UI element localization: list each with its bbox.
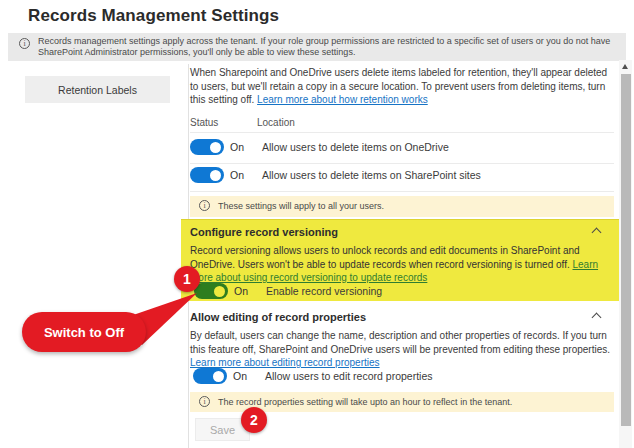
toggle-knob [210, 170, 221, 181]
versioning-body: Record versioning allows users to unlock… [190, 245, 580, 270]
toggle-state-label: On [234, 285, 248, 297]
table-row: On Allow users to delete items on OneDri… [190, 139, 614, 163]
switch-to-off-callout: Switch to Off [22, 312, 146, 352]
table-row: On Allow users to delete items on ShareP… [190, 167, 614, 191]
row-location-label: Allow users to delete items on SharePoin… [262, 169, 481, 181]
toggle-state-label: On [233, 370, 247, 382]
step-1-badge: 1 [174, 266, 200, 292]
toggle-state-label: On [230, 141, 244, 153]
section-title: Configure record versioning [190, 226, 338, 238]
delete-sharepoint-toggle[interactable] [190, 167, 224, 183]
apply-to-all-users-notice: These settings will apply to all your us… [190, 196, 614, 217]
table-divider [190, 132, 614, 133]
scroll-up-arrow-icon[interactable] [622, 64, 628, 69]
allow-editing-section-title: Allow editing of record properties [190, 311, 366, 323]
toggle-knob [213, 371, 224, 382]
chevron-up-icon[interactable] [592, 228, 602, 238]
toggle-knob [210, 142, 221, 153]
location-column-header: Location [257, 117, 295, 128]
notice-text: These settings will apply to all your us… [218, 201, 384, 211]
row-divider [190, 191, 614, 192]
tenant-permissions-banner: Records management settings apply across… [8, 33, 626, 61]
status-column-header: Status [190, 117, 218, 128]
toggle-state-label: On [230, 169, 244, 181]
vertical-scrollbar[interactable] [619, 60, 632, 448]
step-2-badge: 2 [241, 407, 267, 433]
versioning-toggle-label: Enable record versioning [266, 285, 382, 297]
banner-text: Records management settings apply across… [38, 36, 616, 58]
editing-paragraph: By default, users can change the name, d… [190, 329, 614, 370]
retention-intro-paragraph: When Sharepoint and OneDrive users delet… [190, 66, 616, 107]
info-icon [199, 396, 210, 407]
toggle-knob [214, 286, 225, 297]
page-title: Records Management Settings [28, 6, 279, 26]
configure-record-versioning-section: Configure record versioning Record versi… [181, 219, 621, 301]
enable-record-versioning-toggle[interactable] [194, 283, 228, 299]
row-location-label: Allow users to delete items on OneDrive [262, 141, 449, 153]
records-management-settings-page: Records Management Settings Records mana… [0, 0, 634, 448]
scrollbar-thumb[interactable] [621, 74, 631, 426]
versioning-paragraph: Record versioning allows users to unlock… [190, 244, 614, 285]
info-icon [19, 38, 30, 49]
edit-record-properties-toggle[interactable] [193, 368, 227, 384]
info-icon [199, 200, 210, 211]
sidebar-item-retention-labels[interactable]: Retention Labels [25, 76, 170, 103]
notice-text: The record properties setting will take … [218, 397, 512, 407]
editing-body: By default, users can change the name, d… [190, 330, 610, 355]
chevron-up-icon[interactable] [592, 313, 602, 323]
editing-learn-more-link[interactable]: Learn more about editing record properti… [190, 357, 380, 368]
row-divider [190, 163, 614, 164]
retention-learn-more-link[interactable]: Learn more about how retention works [257, 94, 428, 105]
editing-toggle-label: Allow users to edit record properties [265, 370, 433, 382]
delete-onedrive-toggle[interactable] [190, 139, 224, 155]
